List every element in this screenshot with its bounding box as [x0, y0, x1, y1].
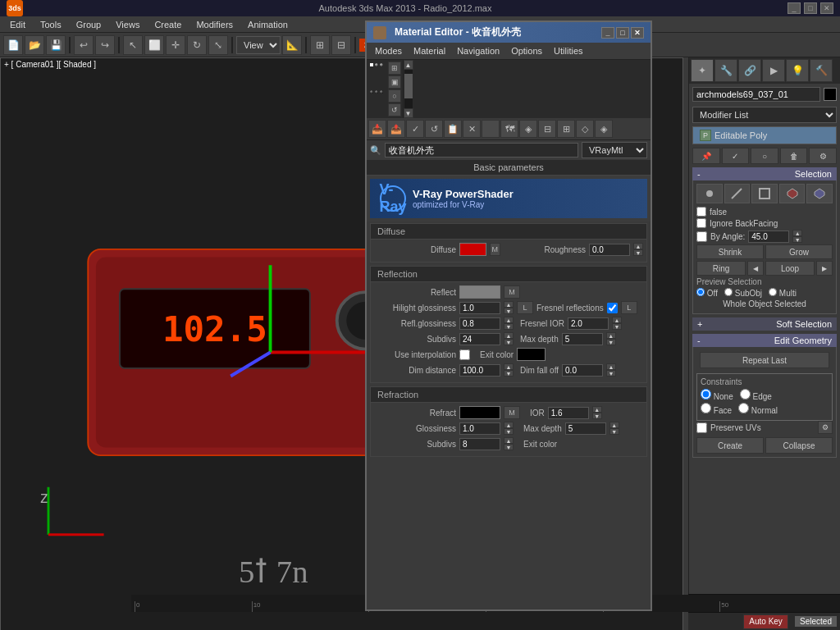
- diffuse-map-button[interactable]: M: [490, 243, 500, 256]
- mat-tb-assign-sel[interactable]: ✓: [406, 120, 424, 138]
- open-button[interactable]: 📂: [25, 35, 44, 55]
- mat-tb-show-map[interactable]: 🗺: [500, 120, 518, 138]
- fall-down[interactable]: ▼: [606, 370, 616, 377]
- ior-up[interactable]: ▲: [612, 317, 622, 323]
- modifier-list-dropdown[interactable]: Modifier List: [692, 107, 837, 123]
- sample-sphere-4[interactable]: [375, 90, 378, 94]
- tab-motion[interactable]: ▶: [762, 59, 785, 82]
- normal-radio[interactable]: [738, 403, 749, 413]
- refl-gloss-input[interactable]: [459, 317, 500, 330]
- none-radio[interactable]: [701, 389, 711, 399]
- reflect-map-button[interactable]: M: [504, 285, 520, 299]
- fall-up[interactable]: ▲: [606, 363, 616, 370]
- preview-off-radio[interactable]: [696, 288, 705, 296]
- element-button[interactable]: [806, 184, 833, 203]
- rs-up[interactable]: ▲: [504, 437, 514, 444]
- material-type-select[interactable]: VRayMtl: [582, 142, 647, 158]
- diffuse-section-title[interactable]: Diffuse: [370, 223, 647, 239]
- dim-up[interactable]: ▲: [504, 363, 514, 370]
- scroll-up-arrow[interactable]: ▲: [404, 60, 413, 70]
- ref-coord-button[interactable]: 📐: [282, 35, 302, 55]
- hilight-up[interactable]: ▲: [504, 301, 514, 308]
- sample-scrollbar[interactable]: ▲ ▼: [403, 60, 413, 118]
- diffuse-color-swatch[interactable]: [459, 243, 486, 256]
- mirror-button[interactable]: ⊟: [331, 35, 351, 55]
- exit-color-swatch[interactable]: [517, 348, 546, 361]
- ring-arrow-button[interactable]: ◀: [747, 261, 764, 276]
- mat-menu-navigation[interactable]: Navigation: [452, 44, 504, 57]
- create-button[interactable]: Create: [696, 437, 764, 454]
- by-angle-checkbox[interactable]: [696, 231, 707, 242]
- by-angle-down[interactable]: ▼: [792, 236, 802, 243]
- reflection-section-title[interactable]: Reflection: [370, 266, 647, 281]
- delete-mod-btn[interactable]: 🗑: [780, 148, 808, 164]
- edit-geometry-rollout-header[interactable]: Edit Geometry: [692, 334, 837, 347]
- rotate-button[interactable]: ↻: [187, 35, 207, 55]
- roughness-up[interactable]: ▲: [633, 243, 643, 249]
- config-mod-btn[interactable]: ⚙: [809, 148, 837, 164]
- polygon-button[interactable]: [779, 184, 806, 203]
- sample-options-btn[interactable]: ⊞: [388, 62, 401, 75]
- tab-hierarchy[interactable]: 🔗: [738, 59, 761, 82]
- ref-sub-input[interactable]: [459, 438, 500, 450]
- mat-tb-highlight[interactable]: ◈: [595, 120, 613, 138]
- scroll-thumb[interactable]: [404, 70, 413, 108]
- menu-edit[interactable]: Edit: [3, 18, 32, 31]
- mat-minimize-button[interactable]: _: [601, 27, 614, 39]
- undo-button[interactable]: ↩: [74, 35, 94, 55]
- rg2-down[interactable]: ▼: [504, 428, 514, 435]
- close-button[interactable]: ✕: [820, 2, 833, 14]
- restore-button[interactable]: □: [804, 2, 817, 14]
- menu-tools[interactable]: Tools: [34, 18, 68, 31]
- tab-create[interactable]: ✦: [691, 59, 714, 82]
- toggle-active-btn[interactable]: ✓: [722, 148, 750, 164]
- align-button[interactable]: ⊞: [310, 35, 330, 55]
- select-region-button[interactable]: ⬜: [144, 35, 164, 55]
- ring-button[interactable]: Ring: [696, 261, 746, 276]
- mat-tb-faceted[interactable]: ◇: [576, 120, 594, 138]
- select-button[interactable]: ↖: [123, 35, 143, 55]
- roughness-input[interactable]: [589, 244, 630, 256]
- redo-button[interactable]: ↪: [95, 35, 115, 55]
- mat-tb-reset[interactable]: ↺: [425, 120, 443, 138]
- mat-tb-delete[interactable]: ✕: [463, 120, 481, 138]
- mat-menu-utilities[interactable]: Utilities: [549, 44, 587, 57]
- by-angle-up[interactable]: ▲: [792, 230, 802, 236]
- fresnel-map-btn[interactable]: L: [621, 301, 637, 314]
- edge-button[interactable]: [724, 184, 751, 203]
- view-select[interactable]: View: [236, 36, 281, 54]
- mat-tb-empty[interactable]: [482, 120, 500, 138]
- dim-fall-input[interactable]: [562, 364, 603, 377]
- rg2-up[interactable]: ▲: [504, 422, 514, 428]
- shrink-button[interactable]: Shrink: [696, 244, 764, 259]
- hilight-map-btn[interactable]: L: [517, 301, 533, 314]
- rs-down[interactable]: ▼: [504, 444, 514, 450]
- refract-color-swatch[interactable]: [459, 406, 500, 419]
- mat-menu-options[interactable]: Options: [506, 44, 547, 57]
- border-button[interactable]: [751, 184, 778, 203]
- rg-down[interactable]: ▼: [504, 323, 514, 330]
- hilight-input[interactable]: [459, 302, 500, 314]
- dep-down[interactable]: ▼: [606, 339, 616, 345]
- menu-modifiers[interactable]: Modifiers: [189, 18, 240, 31]
- sample-sphere-5[interactable]: [380, 90, 383, 94]
- ior-down[interactable]: ▼: [612, 323, 622, 330]
- mat-tb-put-to-scene[interactable]: 📤: [387, 120, 405, 138]
- loop-arrow-button[interactable]: ▶: [816, 261, 833, 276]
- sample-sphere-2[interactable]: [380, 63, 383, 66]
- repeat-last-button[interactable]: Repeat Last: [700, 352, 829, 368]
- ior-r-up[interactable]: ▲: [592, 406, 602, 413]
- rd-up[interactable]: ▲: [609, 422, 619, 428]
- ignore-backfacing-checkbox[interactable]: [696, 218, 706, 228]
- soft-selection-rollout-header[interactable]: Soft Selection: [692, 317, 837, 331]
- scale-button[interactable]: ⤡: [208, 35, 228, 55]
- by-angle-input[interactable]: [748, 231, 789, 243]
- preserve-uvs-settings-button[interactable]: ⚙: [818, 421, 833, 434]
- ref-gloss-input[interactable]: [459, 422, 500, 435]
- object-color-swatch[interactable]: [824, 88, 837, 101]
- sample-sphere-0[interactable]: [370, 63, 373, 66]
- new-button[interactable]: 📄: [3, 35, 23, 55]
- menu-group[interactable]: Group: [70, 18, 108, 31]
- loop-button[interactable]: Loop: [765, 261, 815, 276]
- menu-views[interactable]: Views: [109, 18, 146, 31]
